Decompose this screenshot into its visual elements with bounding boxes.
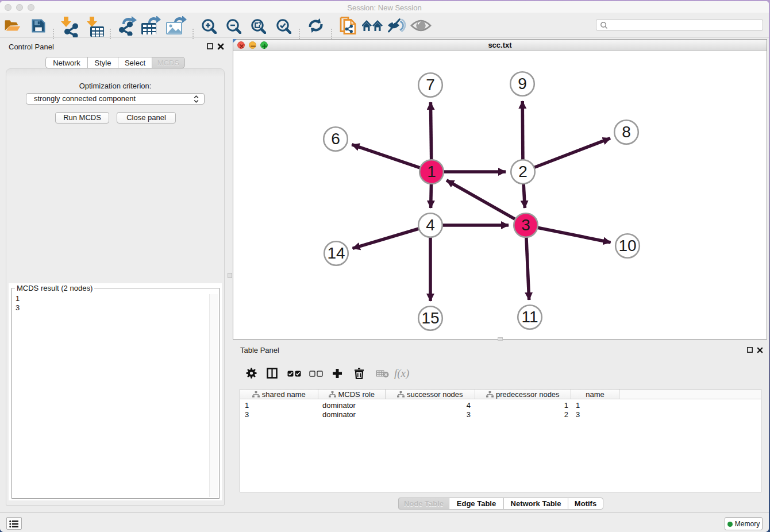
svg-text:6: 6: [331, 130, 340, 148]
svg-text:8: 8: [622, 123, 631, 141]
svg-text:15: 15: [421, 309, 439, 327]
svg-text:1: 1: [427, 163, 436, 180]
svg-text:9: 9: [518, 75, 527, 92]
svg-text:10: 10: [618, 237, 636, 255]
svg-text:4: 4: [426, 216, 435, 234]
svg-text:7: 7: [426, 76, 435, 94]
svg-text:11: 11: [521, 308, 538, 326]
svg-text:14: 14: [327, 244, 345, 262]
svg-text:2: 2: [518, 163, 528, 180]
svg-text:3: 3: [521, 216, 530, 234]
